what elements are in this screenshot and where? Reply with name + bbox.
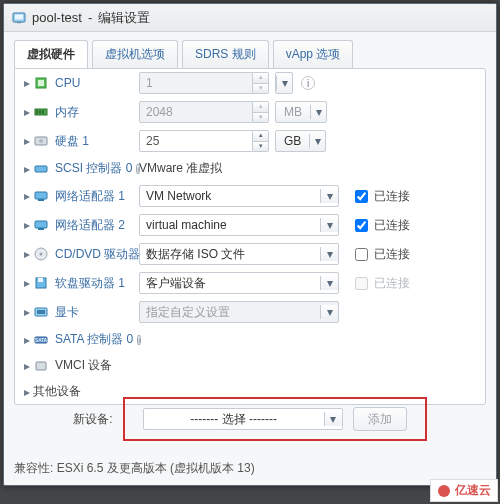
cpu-dropdown[interactable]: ▾ <box>275 72 293 94</box>
expand-toggle[interactable]: ▸ <box>21 105 33 119</box>
expand-toggle[interactable]: ▸ <box>21 134 33 148</box>
nic1-connected-checkbox[interactable]: 已连接 <box>351 187 410 206</box>
memory-icon <box>33 104 49 120</box>
memory-label: 内存 <box>55 104 79 121</box>
svg-point-25 <box>438 485 450 497</box>
tab-vapp-options[interactable]: vApp 选项 <box>273 40 354 68</box>
watermark: 亿速云 <box>430 479 498 502</box>
svg-rect-6 <box>36 110 38 114</box>
cdrom-label: CD/DVD 驱动器 1 <box>55 246 150 263</box>
floppy-source-select[interactable]: 客户端设备▾ <box>139 272 339 294</box>
memory-stepper: ▴▾ <box>253 101 269 123</box>
add-device-button[interactable]: 添加 <box>353 407 407 431</box>
info-icon: i <box>301 76 315 90</box>
gpu-settings-select[interactable]: 指定自定义设置▾ <box>139 301 339 323</box>
floppy-icon <box>33 275 49 291</box>
svg-text:SATA: SATA <box>35 337 48 343</box>
row-cdrom: ▸ CD/DVD 驱动器 1 数据存储 ISO 文件▾ 已连接 <box>15 239 485 268</box>
svg-rect-21 <box>37 310 45 314</box>
floppy-connected-checkbox: 已连接 <box>351 274 410 293</box>
disk1-unit-select[interactable]: GB▾ <box>275 130 326 152</box>
network-adapter-icon <box>33 188 49 204</box>
row-memory: ▸ 内存 ▴▾ MB▾ <box>15 97 485 126</box>
row-sata: ▸ SATA SATA 控制器 0 i <box>15 326 485 352</box>
expand-toggle[interactable]: ▸ <box>21 333 33 347</box>
expand-toggle[interactable]: ▸ <box>21 359 33 373</box>
expand-toggle[interactable]: ▸ <box>21 162 33 176</box>
tab-bar: 虚拟硬件 虚拟机选项 SDRS 规则 vApp 选项 <box>4 32 496 68</box>
svg-rect-15 <box>38 228 44 230</box>
svg-rect-11 <box>35 166 47 172</box>
svg-rect-24 <box>36 362 46 370</box>
row-scsi: ▸ SCSI 控制器 0 i VMware 准虚拟 <box>15 155 485 181</box>
nic2-connected-checkbox[interactable]: 已连接 <box>351 216 410 235</box>
disk1-label: 硬盘 1 <box>55 133 89 150</box>
row-nic2: ▸ 网络适配器 2 virtual machine▾ 已连接 <box>15 210 485 239</box>
svg-rect-13 <box>38 199 44 201</box>
row-nic1: ▸ 网络适配器 1 VM Network▾ 已连接 <box>15 181 485 210</box>
nic1-label: 网络适配器 1 <box>55 188 125 205</box>
new-device-select[interactable]: ------- 选择 -------▾ <box>143 408 343 430</box>
cpu-icon <box>33 75 49 91</box>
scsi-value: VMware 准虚拟 <box>139 160 222 177</box>
svg-rect-4 <box>38 80 44 86</box>
nic1-network-select[interactable]: VM Network▾ <box>139 185 339 207</box>
tab-hardware[interactable]: 虚拟硬件 <box>14 40 88 68</box>
svg-point-10 <box>39 139 43 143</box>
expand-toggle[interactable]: ▸ <box>21 218 33 232</box>
svg-rect-2 <box>17 22 21 23</box>
dialog-title-suffix: 编辑设置 <box>98 9 150 27</box>
nic2-network-select[interactable]: virtual machine▾ <box>139 214 339 236</box>
cpu-value-input[interactable] <box>139 72 253 94</box>
network-adapter-icon <box>33 217 49 233</box>
hardware-panel: ▸ CPU ▴▾ ▾ i ▸ <box>14 68 486 405</box>
cdrom-source-select[interactable]: 数据存储 ISO 文件▾ <box>139 243 339 265</box>
row-cpu: ▸ CPU ▴▾ ▾ i <box>15 69 485 97</box>
expand-toggle[interactable]: ▸ <box>21 247 33 261</box>
sata-controller-icon: SATA <box>33 332 49 348</box>
compatibility-footer: 兼容性: ESXi 6.5 及更高版本 (虚拟机版本 13) <box>14 460 255 477</box>
new-device-row: 新设备: ------- 选择 -------▾ 添加 <box>14 397 486 441</box>
tab-vm-options[interactable]: 虚拟机选项 <box>92 40 178 68</box>
memory-value-input[interactable] <box>139 101 253 123</box>
vmci-label: VMCI 设备 <box>55 357 112 374</box>
nic2-label: 网络适配器 2 <box>55 217 125 234</box>
disk1-stepper[interactable]: ▴▾ <box>253 130 269 152</box>
sata-label: SATA 控制器 0 <box>55 331 133 348</box>
watermark-icon <box>437 484 451 498</box>
vm-icon <box>12 11 26 25</box>
svg-rect-7 <box>39 110 41 114</box>
edit-settings-dialog: pool-test - 编辑设置 虚拟硬件 虚拟机选项 SDRS 规则 vApp… <box>3 3 497 486</box>
row-disk1: ▸ 硬盘 1 ▴▾ GB▾ <box>15 126 485 155</box>
expand-toggle[interactable]: ▸ <box>21 276 33 290</box>
vmci-icon <box>33 358 49 374</box>
svg-rect-12 <box>35 192 47 199</box>
video-card-icon <box>33 304 49 320</box>
row-vmci: ▸ VMCI 设备 <box>15 352 485 378</box>
hard-disk-icon <box>33 133 49 149</box>
highlight-box: ------- 选择 -------▾ 添加 <box>123 397 427 441</box>
expand-toggle[interactable]: ▸ <box>21 189 33 203</box>
new-device-label: 新设备: <box>73 411 112 428</box>
svg-rect-14 <box>35 221 47 228</box>
expand-toggle[interactable]: ▸ <box>21 76 33 90</box>
cdrom-connected-checkbox[interactable]: 已连接 <box>351 245 410 264</box>
dialog-title-prefix: pool-test <box>32 10 82 25</box>
row-gpu: ▸ 显卡 指定自定义设置▾ <box>15 297 485 326</box>
expand-toggle[interactable]: ▸ <box>21 305 33 319</box>
info-badge-icon: i <box>137 335 141 345</box>
cpu-label: CPU <box>55 76 80 90</box>
svg-point-17 <box>40 253 43 256</box>
memory-unit-select[interactable]: MB▾ <box>275 101 327 123</box>
row-floppy: ▸ 软盘驱动器 1 客户端设备▾ 已连接 <box>15 268 485 297</box>
disk1-value-input[interactable] <box>139 130 253 152</box>
svg-rect-1 <box>15 14 23 19</box>
titlebar: pool-test - 编辑设置 <box>4 4 496 32</box>
tab-sdrs-rules[interactable]: SDRS 规则 <box>182 40 269 68</box>
svg-rect-19 <box>38 278 43 282</box>
gpu-label: 显卡 <box>55 304 79 321</box>
cd-dvd-icon <box>33 246 49 262</box>
floppy-label: 软盘驱动器 1 <box>55 275 125 292</box>
scsi-controller-icon <box>33 161 49 177</box>
svg-rect-8 <box>42 110 44 114</box>
